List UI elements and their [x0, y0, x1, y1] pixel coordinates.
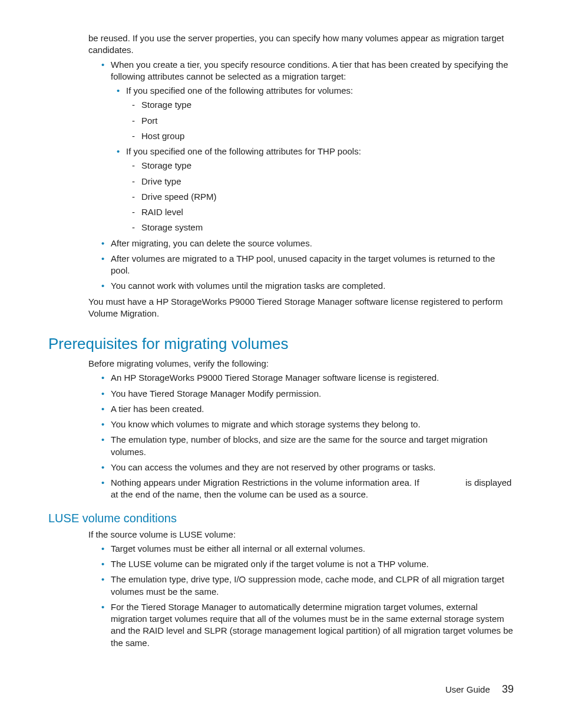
paragraph: Before migrating volumes, verify the fol…: [88, 358, 514, 370]
list-item: You know which volumes to migrate and wh…: [101, 419, 514, 430]
list-item: The LUSE volume can be migrated only if …: [101, 558, 514, 570]
document-page: be reused. If you use the server propert…: [0, 0, 562, 728]
list-item: Drive speed (RPM): [132, 191, 514, 203]
list-item: If you specified one of the following at…: [117, 85, 514, 142]
paragraph-continuation: be reused. If you use the server propert…: [88, 32, 514, 57]
list-item: Storage type: [132, 160, 514, 172]
page-number: 39: [502, 683, 514, 695]
list-text: If you specified one of the following at…: [126, 146, 361, 156]
prereq-list: An HP StorageWorks P9000 Tiered Storage …: [88, 372, 514, 500]
top-bullet-list: When you create a tier, you specify reso…: [88, 59, 514, 292]
list-item: If you specified one of the following at…: [117, 146, 514, 234]
heading-luse: LUSE volume conditions: [48, 512, 514, 525]
dash-list: Storage type Drive type Drive speed (RPM…: [126, 160, 514, 233]
footer-label: User Guide: [445, 684, 490, 694]
heading-prerequisites: Prerequisites for migrating volumes: [48, 335, 514, 353]
list-item: After volumes are migrated to a THP pool…: [101, 253, 514, 277]
list-item: After migrating, you can delete the sour…: [101, 238, 514, 249]
page-footer: User Guide 39: [445, 683, 514, 696]
list-item: For the Tiered Storage Manager to automa…: [101, 601, 514, 649]
paragraph: You must have a HP StorageWorks P9000 Ti…: [88, 296, 514, 320]
content-column: be reused. If you use the server propert…: [88, 32, 514, 649]
list-text: If you specified one of the following at…: [126, 85, 353, 95]
list-item: The emulation type, number of blocks, an…: [101, 434, 514, 458]
list-item: When you create a tier, you specify reso…: [101, 59, 514, 234]
list-item: Port: [132, 115, 514, 127]
list-item: Storage system: [132, 222, 514, 233]
list-text: Nothing appears under Migration Restrict…: [111, 477, 422, 487]
list-item: Target volumes must be either all intern…: [101, 543, 514, 555]
list-item: RAID level: [132, 206, 514, 218]
list-item: A tier has been created.: [101, 403, 514, 415]
list-item: Nothing appears under Migration Restrict…: [101, 477, 514, 501]
luse-list: Target volumes must be either all intern…: [88, 543, 514, 649]
list-item: Host group: [132, 130, 514, 142]
list-item: Storage type: [132, 99, 514, 111]
dash-list: Storage type Port Host group: [126, 99, 514, 142]
list-item: You can access the volumes and they are …: [101, 462, 514, 473]
list-text: When you create a tier, you specify reso…: [111, 60, 508, 81]
list-item: Drive type: [132, 176, 514, 187]
list-item: You have Tiered Storage Manager Modify p…: [101, 388, 514, 400]
list-item: The emulation type, drive type, I/O supp…: [101, 574, 514, 598]
list-item: You cannot work with volumes until the m…: [101, 280, 514, 292]
nested-list: If you specified one of the following at…: [111, 85, 514, 234]
paragraph: If the source volume is LUSE volume:: [88, 529, 514, 541]
list-item: An HP StorageWorks P9000 Tiered Storage …: [101, 372, 514, 384]
